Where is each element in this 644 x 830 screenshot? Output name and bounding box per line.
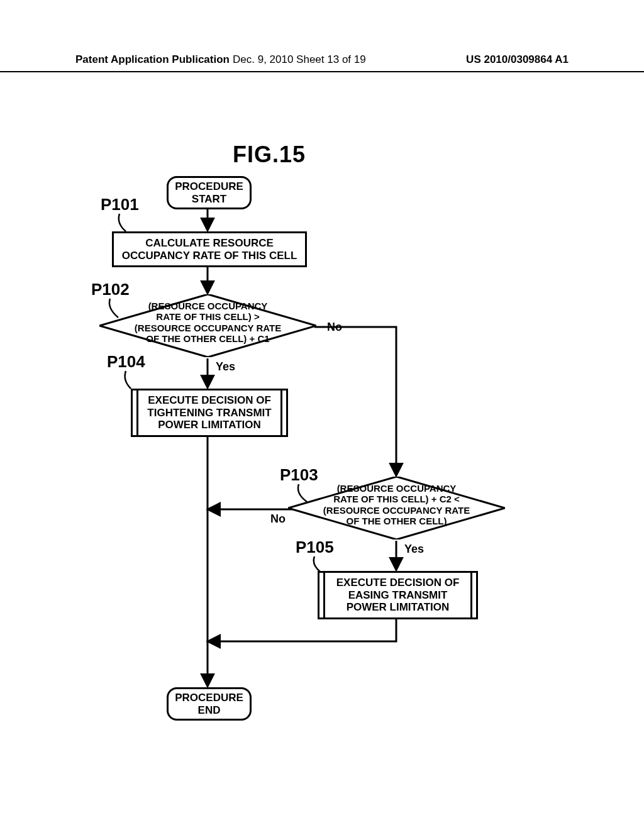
label-p104: P104 (107, 352, 145, 372)
label-p101: P101 (101, 195, 139, 214)
edge-p103-yes: Yes (404, 543, 424, 556)
header-right: US 2010/0309864 A1 (466, 53, 569, 66)
subprocess-p104-text: EXECUTE DECISION OFTIGHTENING TRANSMITPO… (147, 394, 271, 431)
header-left: Patent Application Publication (75, 53, 230, 66)
figure-title: FIG.15 (233, 141, 306, 168)
terminal-start: PROCEDURESTART (167, 176, 252, 209)
decision-p103-text: (RESOURCE OCCUPANCYRATE OF THIS CELL) + … (288, 477, 505, 526)
decision-p102: (RESOURCE OCCUPANCYRATE OF THIS CELL) >(… (99, 294, 316, 357)
process-p101: CALCULATE RESOURCEOCCUPANCY RATE OF THIS… (112, 231, 307, 267)
subprocess-p105-text: EXECUTE DECISION OFEASING TRANSMITPOWER … (336, 577, 460, 613)
edge-p103-no: No (270, 512, 286, 526)
edge-p102-yes: Yes (216, 360, 235, 374)
decision-p103: (RESOURCE OCCUPANCYRATE OF THIS CELL) + … (288, 477, 505, 540)
process-p101-text: CALCULATE RESOURCEOCCUPANCY RATE OF THIS… (122, 237, 297, 262)
subprocess-p104: EXECUTE DECISION OFTIGHTENING TRANSMITPO… (131, 389, 288, 437)
subprocess-p105: EXECUTE DECISION OFEASING TRANSMITPOWER … (318, 571, 478, 619)
edge-p102-no: No (327, 321, 342, 334)
flowchart: PROCEDURESTART CALCULATE RESOURCEOCCUPAN… (63, 176, 579, 742)
decision-p102-text: (RESOURCE OCCUPANCYRATE OF THIS CELL) >(… (99, 294, 316, 344)
terminal-start-text: PROCEDURESTART (175, 180, 243, 205)
page-header: Patent Application Publication Dec. 9, 2… (0, 53, 644, 72)
label-p105: P105 (296, 538, 334, 557)
header-center: Dec. 9, 2010 Sheet 13 of 19 (233, 53, 366, 66)
terminal-end-text: PROCEDUREEND (175, 692, 243, 716)
terminal-end: PROCEDUREEND (167, 687, 252, 721)
